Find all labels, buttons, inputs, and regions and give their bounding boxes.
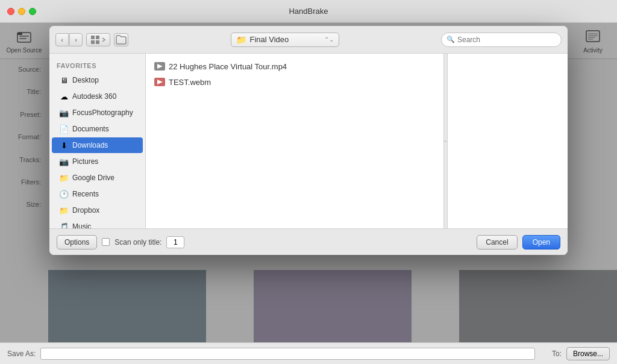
dialog-body: Favorites 🖥 Desktop ☁ Autodesk 360 📷 Foc… [49,54,568,228]
sidebar-item-label-music: Music [72,222,91,228]
minimize-button[interactable] [18,8,25,15]
sidebar-item-label-dropbox: Dropbox [72,206,99,215]
bottom-bar: Save As: To: Browse... [0,342,617,364]
focusphotography-icon: 📷 [59,108,69,118]
nav-buttons: ‹ › [55,33,83,46]
open-file-dialog: ‹ › [49,26,568,255]
dialog-files[interactable]: 22 Hughes Place Virtual Tour.mp4 TEST.we… [146,54,443,228]
close-button[interactable] [7,8,14,15]
sidebar-item-focusphotography[interactable]: 📷 FocusPhotography [52,105,143,121]
open-button[interactable]: Open [522,235,560,249]
app-title: HandBrake [289,7,328,16]
dialog-preview [447,54,568,228]
scan-title-input[interactable] [166,236,184,248]
sidebar-item-label-focusphotography: FocusPhotography [72,108,133,117]
dialog-footer: Options Scan only title: Cancel Open [49,228,568,255]
dialog-toolbar: ‹ › [49,26,568,54]
sidebar-item-autodesk[interactable]: ☁ Autodesk 360 [52,89,143,104]
autodesk-icon: ☁ [59,92,69,101]
sidebar-section-favorites: Favorites [49,60,145,72]
recents-icon: 🕐 [59,189,69,199]
sidebar-item-label-googledrive: Google Drive [72,174,114,182]
search-icon: 🔍 [446,36,455,43]
sidebar-item-label-desktop: Desktop [72,76,99,84]
file-icon-0 [154,61,165,72]
file-name-0: 22 Hughes Place Virtual Tour.mp4 [169,62,287,71]
nav-forward-button[interactable]: › [69,33,83,46]
svg-rect-30 [96,40,99,44]
to-label: To: [552,350,562,358]
dropbox-icon: 📁 [59,206,69,215]
downloads-icon: ⬇ [59,140,69,150]
sidebar-item-label-documents: Documents [72,125,109,133]
sidebar-item-desktop[interactable]: 🖥 Desktop [52,72,143,88]
traffic-lights [7,8,36,15]
file-icon-1 [154,77,165,87]
search-box[interactable]: 🔍 [441,33,562,47]
sidebar-item-label-pictures: Pictures [72,157,98,166]
save-as-input[interactable] [40,348,535,360]
dialog-overlay: ‹ › [0,23,617,342]
sidebar-item-label-downloads: Downloads [72,141,108,149]
location-dropdown[interactable]: 📁 Final Video ⌃⌄ [231,33,339,47]
sidebar-item-downloads[interactable]: ⬇ Downloads [52,137,143,153]
svg-rect-29 [91,40,95,44]
file-name-1: TEST.webm [169,78,211,87]
app-window: HandBrake Open Source [0,0,617,364]
chevron-icon: ⌃⌄ [324,36,334,43]
sidebar-item-pictures[interactable]: 📷 Pictures [52,154,143,169]
sidebar-item-recents[interactable]: 🕐 Recents [52,186,143,202]
googledrive-icon: 📁 [59,173,69,183]
desktop-icon: 🖥 [59,75,69,85]
save-as-label: Save As: [7,350,36,358]
dialog-sidebar: Favorites 🖥 Desktop ☁ Autodesk 360 📷 Foc… [49,54,146,228]
documents-icon: 📄 [59,124,69,134]
folder-icon: 📁 [236,35,246,45]
browse-button[interactable]: Browse... [566,347,610,360]
sidebar-item-music[interactable]: 🎵 Music [52,219,143,228]
view-toggle-button[interactable] [86,33,110,46]
options-button[interactable]: Options [57,235,97,249]
sidebar-item-label-recents: Recents [72,190,99,198]
maximize-button[interactable] [29,8,36,15]
title-bar: HandBrake [0,0,617,23]
svg-rect-28 [96,36,99,39]
search-input[interactable] [457,36,556,44]
sidebar-item-googledrive[interactable]: 📁 Google Drive [52,170,143,186]
sidebar-item-label-autodesk: Autodesk 360 [72,92,116,101]
new-folder-button[interactable] [114,33,128,46]
scan-only-checkbox[interactable] [102,238,110,246]
nav-back-button[interactable]: ‹ [55,33,69,46]
pictures-icon: 📷 [59,157,69,166]
scan-only-label: Scan only title: [114,238,161,246]
music-icon: 🎵 [59,222,69,228]
file-item-0[interactable]: 22 Hughes Place Virtual Tour.mp4 [151,58,439,74]
svg-rect-27 [91,36,95,39]
location-name: Final Video [250,35,321,44]
sidebar-item-documents[interactable]: 📄 Documents [52,121,143,137]
file-item-1[interactable]: TEST.webm [151,74,439,90]
sidebar-item-dropbox[interactable]: 📁 Dropbox [52,202,143,218]
cancel-button[interactable]: Cancel [477,235,517,249]
